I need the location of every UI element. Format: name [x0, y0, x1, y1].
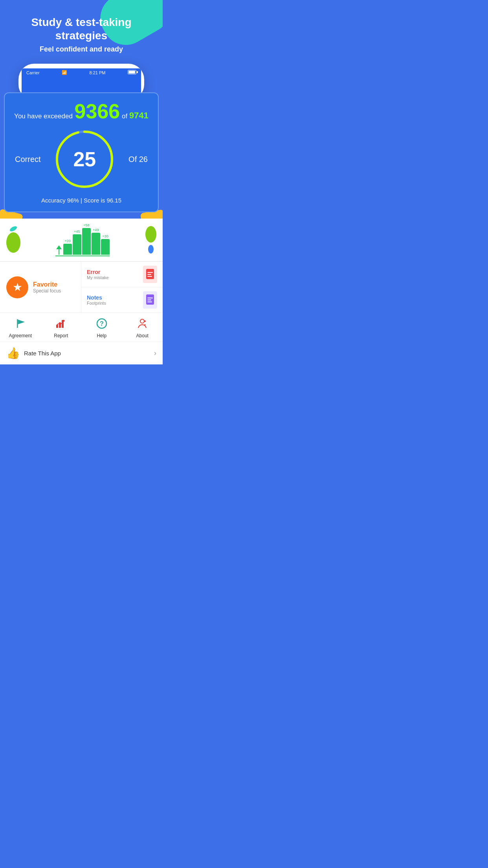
report-icon	[55, 318, 67, 331]
nav-item-help[interactable]: ? Help	[81, 318, 122, 338]
help-icon: ?	[96, 318, 108, 331]
star-icon: ★	[6, 276, 28, 298]
svg-rect-5	[147, 276, 152, 277]
error-doc-icon	[143, 266, 157, 283]
exceeded-label: You have exceeded	[14, 112, 73, 120]
error-title: Error	[87, 269, 109, 275]
bar-group-2: +45	[73, 230, 81, 255]
bar-label-4: +49	[93, 228, 99, 232]
oval-green	[6, 232, 20, 253]
help-label: Help	[97, 333, 106, 338]
wifi-icon: 📶	[62, 70, 67, 75]
score-card: You have exceeded 9366 of 9741 Correct 2…	[4, 92, 159, 212]
rate-left: 👍 Rate This App	[6, 347, 61, 360]
battery-icon-wrapper	[128, 70, 136, 75]
nav-item-agreement[interactable]: Agreement	[0, 318, 41, 338]
header-title: Study & test-taking strategies	[8, 16, 155, 42]
svg-rect-10	[17, 319, 18, 328]
flag-svg	[15, 318, 26, 329]
accuracy-row: Accuracy 96% | Score is 96.15	[11, 197, 152, 204]
svg-text:?: ?	[100, 320, 104, 327]
error-feature[interactable]: Error My mistake	[81, 262, 163, 287]
svg-point-17	[140, 319, 144, 323]
svg-rect-7	[147, 298, 153, 298]
arrow-up-icon	[56, 245, 62, 255]
svg-rect-4	[147, 274, 151, 275]
correct-label: Correct	[15, 155, 41, 164]
bar-4	[92, 233, 100, 255]
bar-group-3: +58	[82, 223, 91, 255]
correct-number: 25	[73, 147, 96, 171]
circle-area: Correct 25 Of 26	[15, 128, 148, 191]
carrier-label: Carrier	[26, 70, 40, 75]
favorite-title: Favorite	[33, 281, 61, 288]
notes-doc-icon	[143, 291, 157, 309]
nav-item-report[interactable]: Report	[41, 318, 82, 338]
bar-group-1: +20	[63, 239, 72, 255]
bar-arrow	[56, 245, 62, 255]
score-total: 9741	[129, 110, 149, 120]
bar-3	[82, 228, 91, 255]
time-label: 8:21 PM	[90, 70, 106, 75]
notes-subtitle: Footprints	[87, 301, 106, 305]
rate-text: Rate This App	[24, 350, 61, 357]
bar-group-5: +30	[101, 234, 110, 255]
score-exceeded-row: You have exceeded 9366 of 9741	[11, 101, 152, 121]
agreement-icon	[15, 318, 26, 331]
bar-label-2: +45	[74, 230, 80, 234]
feature-grid: ★ Favorite Special focus Error My mistak…	[0, 261, 163, 313]
bar-label-1: +20	[64, 239, 70, 243]
chart-decoration-right	[145, 226, 156, 254]
svg-rect-9	[147, 302, 152, 302]
score-circle: 25	[53, 128, 116, 191]
bar-label-3: +58	[83, 223, 89, 227]
of-label: of	[122, 112, 127, 120]
favorite-text: Favorite Special focus	[33, 281, 61, 294]
score-value: 9366	[75, 100, 120, 123]
phone-status-bar: Carrier 📶 8:21 PM	[22, 68, 141, 77]
bar-5	[101, 239, 110, 255]
notes-title: Notes	[87, 294, 106, 301]
rate-app-row[interactable]: 👍 Rate This App ›	[0, 342, 163, 364]
chart-baseline	[55, 256, 110, 256]
bottom-nav: Agreement Report ?	[0, 313, 163, 342]
oval-teal	[9, 225, 18, 233]
chart-row: +20 +45 +58 +49 +30	[0, 219, 163, 261]
chevron-right-icon: ›	[154, 349, 156, 357]
thumbs-up-icon: 👍	[6, 347, 20, 360]
svg-point-14	[63, 320, 65, 322]
oval-blue-right	[148, 245, 154, 254]
svg-point-19	[145, 324, 146, 326]
report-svg	[55, 318, 67, 329]
bar-chart-wrapper: +20 +45 +58 +49 +30	[56, 223, 110, 256]
bar-label-5: +30	[102, 234, 108, 238]
doc-purple-svg	[145, 294, 155, 305]
header: Study & test-taking strategies Feel conf…	[0, 0, 163, 64]
notes-feature[interactable]: Notes Footprints	[81, 287, 163, 313]
feature-right-column: Error My mistake Notes Footprints	[81, 262, 163, 313]
header-subtitle: Feel confident and ready	[8, 45, 155, 53]
about-icon	[136, 318, 148, 331]
svg-rect-12	[59, 322, 61, 328]
error-subtitle: My mistake	[87, 275, 109, 280]
battery-fill	[128, 71, 135, 74]
agreement-label: Agreement	[9, 333, 32, 338]
white-section: +20 +45 +58 +49 +30	[0, 219, 163, 364]
bar-1	[63, 244, 72, 255]
help-svg: ?	[96, 318, 108, 329]
chart-decoration-left	[6, 227, 20, 253]
battery-icon	[128, 70, 136, 74]
notes-text: Notes Footprints	[87, 294, 106, 305]
svg-rect-8	[147, 300, 151, 300]
bar-2	[73, 234, 81, 255]
about-svg	[136, 318, 148, 329]
oval-green-right	[145, 226, 156, 243]
about-label: About	[136, 333, 149, 338]
favorite-feature[interactable]: ★ Favorite Special focus	[0, 262, 81, 313]
nav-item-about[interactable]: About	[122, 318, 163, 338]
of-number-label: Of 26	[128, 155, 148, 164]
error-text: Error My mistake	[87, 269, 109, 280]
doc-red-svg	[145, 269, 155, 280]
favorite-subtitle: Special focus	[33, 288, 61, 294]
report-label: Report	[54, 333, 68, 338]
